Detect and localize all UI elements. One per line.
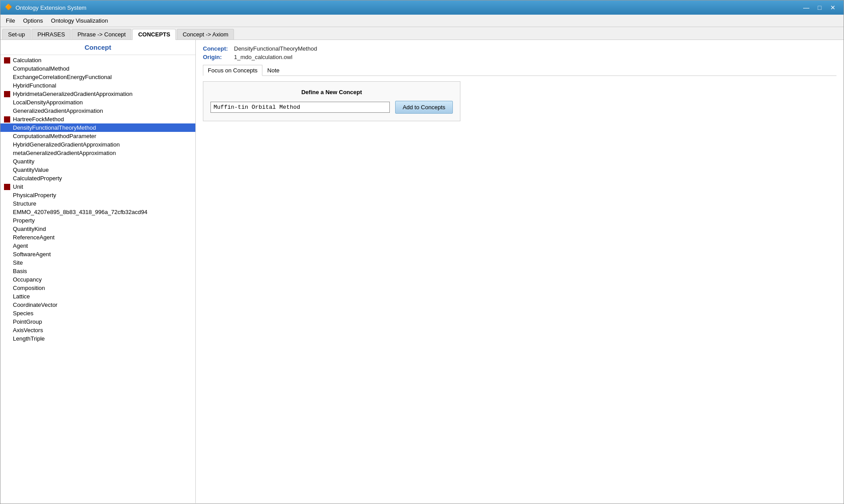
menu-ontology-visualization[interactable]: Ontology Visualization [48,16,111,25]
tab-phrase-concept[interactable]: Phrase -> Concept [71,29,131,40]
list-item[interactable]: ComputationalMethodParameter [0,132,195,140]
list-item[interactable]: SoftwareAgent [0,250,195,258]
concept-marker-icon [4,150,10,156]
title-bar-left: 🔶 Ontology Extension System [5,4,87,12]
list-item[interactable]: Structure [0,199,195,208]
list-item[interactable]: QuantityKind [0,225,195,233]
concept-marker-icon [4,260,10,266]
list-item[interactable]: Composition [0,284,195,292]
minimize-button[interactable]: — [800,3,812,12]
concept-item-label: Agent [13,242,28,249]
define-concept-row: Add to Concepts [210,101,453,114]
list-item[interactable]: Agent [0,242,195,250]
list-item[interactable]: ExchangeCorrelationEnergyFunctional [0,73,195,81]
concept-marker-icon [4,99,10,106]
list-item[interactable]: QuantityValue [0,166,195,174]
concept-marker-icon [4,234,10,241]
concept-marker-icon [4,327,10,333]
list-item[interactable]: Unit [0,183,195,191]
concept-marker-icon [4,192,10,198]
concept-marker-icon [4,243,10,249]
concept-marker-icon [4,201,10,207]
origin-label: Origin: [203,54,234,60]
inner-tab-note[interactable]: Note [262,65,284,75]
list-item[interactable]: HybridFunctional [0,81,195,90]
list-item[interactable]: PointGroup [0,317,195,326]
list-item[interactable]: Species [0,309,195,317]
concept-item-label: Structure [13,200,36,207]
tab-setup[interactable]: Set-up [2,29,31,40]
tab-bar: Set-up PHRASES Phrase -> Concept CONCEPT… [0,27,844,40]
concept-marker-icon [4,218,10,224]
concept-item-label: QuantityValue [13,167,49,173]
concept-marker-icon [4,319,10,325]
list-item[interactable]: Quantity [0,157,195,166]
list-item[interactable]: Lattice [0,292,195,301]
concept-item-label: AxisVectors [13,327,43,333]
tab-concepts[interactable]: CONCEPTS [132,29,176,40]
concept-item-label: EMMO_4207e895_8b83_4318_996a_72cfb32acd9… [13,209,147,215]
concept-marker-icon [4,108,10,114]
list-item[interactable]: Occupancy [0,275,195,284]
list-item[interactable]: ReferenceAgent [0,233,195,242]
tab-concept-axiom[interactable]: Concept -> Axiom [177,29,234,40]
origin-value: 1_mdo_calculation.owl [234,54,293,60]
concept-marker-icon [4,209,10,215]
list-item[interactable]: Property [0,216,195,225]
list-item[interactable]: Calculation [0,56,195,64]
concept-marker-icon [4,277,10,283]
concept-marker-icon [4,116,10,123]
inner-tab-focus[interactable]: Focus on Concepts [203,65,262,76]
list-item[interactable]: DensityFunctionalTheoryMethod [0,123,195,132]
concept-marker-icon [4,302,10,308]
concept-item-label: HybridmetaGeneralizedGradientApproximati… [13,91,133,97]
list-item[interactable]: LengthTriple [0,334,195,343]
concept-item-label: ComputationalMethod [13,65,69,72]
concept-info-name-row: Concept: DensityFunctionalTheoryMethod [203,45,836,52]
close-button[interactable]: ✕ [827,3,839,12]
concept-item-label: LengthTriple [13,335,45,342]
list-item[interactable]: CoordinateVector [0,301,195,309]
list-item[interactable]: Basis [0,267,195,275]
concept-item-label: QuantityKind [13,226,46,232]
list-item[interactable]: metaGeneralizedGradientApproximation [0,149,195,157]
list-item[interactable]: LocalDensityApproximation [0,98,195,107]
list-item[interactable]: PhysicalProperty [0,191,195,199]
concept-marker-icon [4,336,10,342]
new-concept-input[interactable] [210,102,390,113]
right-panel: Concept: DensityFunctionalTheoryMethod O… [196,40,844,503]
menu-bar: File Options Ontology Visualization [0,15,844,27]
concept-item-label: HybridFunctional [13,82,56,89]
concept-item-label: ExchangeCorrelationEnergyFunctional [13,74,112,80]
concept-marker-icon [4,91,10,97]
list-item[interactable]: ComputationalMethod [0,64,195,73]
concept-value: DensityFunctionalTheoryMethod [234,45,317,52]
list-item[interactable]: EMMO_4207e895_8b83_4318_996a_72cfb32acd9… [0,208,195,216]
list-item[interactable]: HybridmetaGeneralizedGradientApproximati… [0,90,195,98]
list-item[interactable]: CalculatedProperty [0,174,195,183]
main-content: Concept CalculationComputationalMethodEx… [0,40,844,503]
concept-item-label: CalculatedProperty [13,175,62,182]
tab-phrases[interactable]: PHRASES [32,29,71,40]
menu-options[interactable]: Options [20,16,47,25]
concept-marker-icon [4,125,10,131]
concept-item-label: CoordinateVector [13,302,57,308]
list-item[interactable]: HybridGeneralizedGradientApproximation [0,140,195,149]
concept-item-label: HybridGeneralizedGradientApproximation [13,141,120,148]
list-item[interactable]: Site [0,258,195,267]
maximize-button[interactable]: □ [813,3,826,12]
concept-item-label: Site [13,259,23,266]
list-item[interactable]: HartreeFockMethod [0,115,195,123]
concept-item-label: ReferenceAgent [13,234,55,241]
concept-list-header: Concept [0,40,195,55]
add-to-concepts-button[interactable]: Add to Concepts [395,101,453,114]
list-item[interactable]: GeneralizedGradientApproximation [0,107,195,115]
concept-label: Concept: [203,45,234,52]
concept-marker-icon [4,57,10,63]
list-item[interactable]: AxisVectors [0,326,195,334]
menu-file[interactable]: File [2,16,19,25]
concept-marker-icon [4,167,10,173]
define-concept-box: Define a New Concept Add to Concepts [203,81,460,121]
concept-marker-icon [4,74,10,80]
define-concept-title: Define a New Concept [210,89,453,95]
